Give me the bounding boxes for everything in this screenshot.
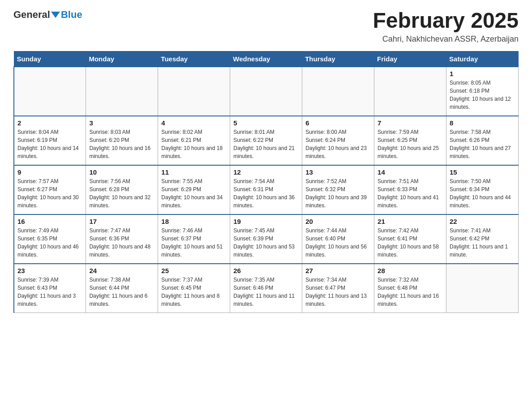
day-number: 19 (233, 218, 299, 225)
day-info: Sunrise: 8:03 AMSunset: 6:20 PMDaylight:… (89, 128, 154, 160)
day-number: 14 (378, 168, 443, 176)
weekday-header-row: SundayMondayTuesdayWednesdayThursdayFrid… (14, 51, 519, 67)
day-number: 3 (89, 119, 154, 127)
day-number: 12 (233, 168, 299, 176)
calendar-cell: 25Sunrise: 7:37 AMSunset: 6:45 PMDayligh… (158, 264, 230, 313)
day-info: Sunrise: 7:39 AMSunset: 6:43 PMDaylight:… (17, 276, 82, 308)
day-info: Sunrise: 7:37 AMSunset: 6:45 PMDaylight:… (161, 276, 227, 308)
calendar-cell: 27Sunrise: 7:34 AMSunset: 6:47 PMDayligh… (302, 264, 374, 313)
day-info: Sunrise: 8:01 AMSunset: 6:22 PMDaylight:… (233, 128, 299, 160)
calendar-cell: 26Sunrise: 7:35 AMSunset: 6:46 PMDayligh… (230, 264, 302, 313)
day-number: 6 (305, 119, 371, 127)
day-number: 18 (161, 218, 227, 225)
day-info: Sunrise: 7:45 AMSunset: 6:39 PMDaylight:… (233, 227, 299, 259)
calendar-cell (302, 67, 374, 116)
calendar-cell: 5Sunrise: 8:01 AMSunset: 6:22 PMDaylight… (230, 116, 302, 165)
day-number: 23 (17, 267, 82, 274)
day-info: Sunrise: 8:04 AMSunset: 6:19 PMDaylight:… (17, 128, 82, 160)
title-block: February 2025 Cahri, Nakhichevan ASSR, A… (373, 9, 519, 44)
month-title: February 2025 (373, 9, 519, 33)
day-info: Sunrise: 7:41 AMSunset: 6:42 PMDaylight:… (450, 227, 515, 259)
calendar-week-5: 23Sunrise: 7:39 AMSunset: 6:43 PMDayligh… (14, 264, 519, 313)
day-number: 16 (17, 218, 82, 225)
calendar-cell (374, 67, 446, 116)
day-info: Sunrise: 8:02 AMSunset: 6:21 PMDaylight:… (161, 128, 227, 160)
day-number: 8 (450, 119, 515, 127)
calendar-cell: 28Sunrise: 7:32 AMSunset: 6:48 PMDayligh… (374, 264, 446, 313)
calendar-cell: 3Sunrise: 8:03 AMSunset: 6:20 PMDaylight… (86, 116, 158, 165)
calendar-cell: 10Sunrise: 7:56 AMSunset: 6:28 PMDayligh… (86, 165, 158, 214)
calendar-week-2: 2Sunrise: 8:04 AMSunset: 6:19 PMDaylight… (14, 116, 519, 165)
day-info: Sunrise: 7:57 AMSunset: 6:27 PMDaylight:… (17, 177, 82, 210)
day-info: Sunrise: 7:59 AMSunset: 6:25 PMDaylight:… (378, 128, 443, 160)
calendar-cell: 18Sunrise: 7:46 AMSunset: 6:37 PMDayligh… (158, 214, 230, 264)
calendar-cell: 22Sunrise: 7:41 AMSunset: 6:42 PMDayligh… (446, 214, 519, 264)
day-info: Sunrise: 7:38 AMSunset: 6:44 PMDaylight:… (89, 276, 154, 308)
day-number: 2 (17, 119, 82, 127)
calendar-cell (14, 67, 86, 116)
day-info: Sunrise: 7:47 AMSunset: 6:36 PMDaylight:… (89, 227, 154, 259)
calendar-week-4: 16Sunrise: 7:49 AMSunset: 6:35 PMDayligh… (14, 214, 519, 264)
calendar-cell: 8Sunrise: 7:58 AMSunset: 6:26 PMDaylight… (446, 116, 519, 165)
calendar-cell: 20Sunrise: 7:44 AMSunset: 6:40 PMDayligh… (302, 214, 374, 264)
day-info: Sunrise: 7:56 AMSunset: 6:28 PMDaylight:… (89, 177, 154, 210)
day-info: Sunrise: 7:50 AMSunset: 6:34 PMDaylight:… (450, 177, 515, 210)
calendar-cell: 15Sunrise: 7:50 AMSunset: 6:34 PMDayligh… (446, 165, 519, 214)
day-number: 22 (450, 218, 515, 225)
day-info: Sunrise: 7:52 AMSunset: 6:32 PMDaylight:… (305, 177, 371, 210)
weekday-header-saturday: Saturday (446, 51, 519, 67)
day-info: Sunrise: 7:49 AMSunset: 6:35 PMDaylight:… (17, 227, 82, 259)
weekday-header-wednesday: Wednesday (230, 51, 302, 67)
day-number: 24 (89, 267, 154, 274)
day-number: 17 (89, 218, 154, 225)
day-number: 27 (305, 267, 371, 274)
calendar-cell: 4Sunrise: 8:02 AMSunset: 6:21 PMDaylight… (158, 116, 230, 165)
day-info: Sunrise: 7:44 AMSunset: 6:40 PMDaylight:… (305, 227, 371, 259)
weekday-header-sunday: Sunday (14, 51, 86, 67)
day-info: Sunrise: 7:42 AMSunset: 6:41 PMDaylight:… (378, 227, 443, 259)
calendar-cell: 17Sunrise: 7:47 AMSunset: 6:36 PMDayligh… (86, 214, 158, 264)
day-number: 4 (161, 119, 227, 127)
logo: General Blue (13, 9, 82, 21)
day-info: Sunrise: 7:32 AMSunset: 6:48 PMDaylight:… (378, 276, 443, 308)
day-number: 26 (233, 267, 299, 274)
day-number: 10 (89, 168, 154, 176)
day-number: 28 (378, 267, 443, 274)
day-number: 15 (450, 168, 515, 176)
calendar-cell: 7Sunrise: 7:59 AMSunset: 6:25 PMDaylight… (374, 116, 446, 165)
day-number: 1 (450, 70, 515, 77)
page-header: General Blue February 2025 Cahri, Nakhic… (13, 9, 519, 44)
calendar-cell: 19Sunrise: 7:45 AMSunset: 6:39 PMDayligh… (230, 214, 302, 264)
calendar-cell (446, 264, 519, 313)
calendar-cell: 11Sunrise: 7:55 AMSunset: 6:29 PMDayligh… (158, 165, 230, 214)
day-number: 20 (305, 218, 371, 225)
calendar-cell: 12Sunrise: 7:54 AMSunset: 6:31 PMDayligh… (230, 165, 302, 214)
calendar-cell: 13Sunrise: 7:52 AMSunset: 6:32 PMDayligh… (302, 165, 374, 214)
day-number: 11 (161, 168, 227, 176)
day-info: Sunrise: 7:55 AMSunset: 6:29 PMDaylight:… (161, 177, 227, 210)
day-info: Sunrise: 7:58 AMSunset: 6:26 PMDaylight:… (450, 128, 515, 160)
day-info: Sunrise: 7:35 AMSunset: 6:46 PMDaylight:… (233, 276, 299, 308)
calendar-cell: 21Sunrise: 7:42 AMSunset: 6:41 PMDayligh… (374, 214, 446, 264)
day-info: Sunrise: 7:54 AMSunset: 6:31 PMDaylight:… (233, 177, 299, 210)
calendar-cell: 6Sunrise: 8:00 AMSunset: 6:24 PMDaylight… (302, 116, 374, 165)
calendar-cell: 1Sunrise: 8:05 AMSunset: 6:18 PMDaylight… (446, 67, 519, 116)
calendar-week-3: 9Sunrise: 7:57 AMSunset: 6:27 PMDaylight… (14, 165, 519, 214)
day-number: 5 (233, 119, 299, 127)
calendar-cell (158, 67, 230, 116)
calendar-cell: 2Sunrise: 8:04 AMSunset: 6:19 PMDaylight… (14, 116, 86, 165)
day-info: Sunrise: 7:51 AMSunset: 6:33 PMDaylight:… (378, 177, 443, 210)
calendar-cell: 24Sunrise: 7:38 AMSunset: 6:44 PMDayligh… (86, 264, 158, 313)
location-text: Cahri, Nakhichevan ASSR, Azerbaijan (373, 34, 519, 44)
calendar-cell (230, 67, 302, 116)
calendar-table: SundayMondayTuesdayWednesdayThursdayFrid… (13, 51, 519, 313)
calendar-cell: 14Sunrise: 7:51 AMSunset: 6:33 PMDayligh… (374, 165, 446, 214)
calendar-cell: 23Sunrise: 7:39 AMSunset: 6:43 PMDayligh… (14, 264, 86, 313)
weekday-header-friday: Friday (374, 51, 446, 67)
logo-triangle-icon (51, 12, 60, 18)
day-number: 13 (305, 168, 371, 176)
day-number: 9 (17, 168, 82, 176)
calendar-cell (86, 67, 158, 116)
weekday-header-tuesday: Tuesday (158, 51, 230, 67)
weekday-header-monday: Monday (86, 51, 158, 67)
